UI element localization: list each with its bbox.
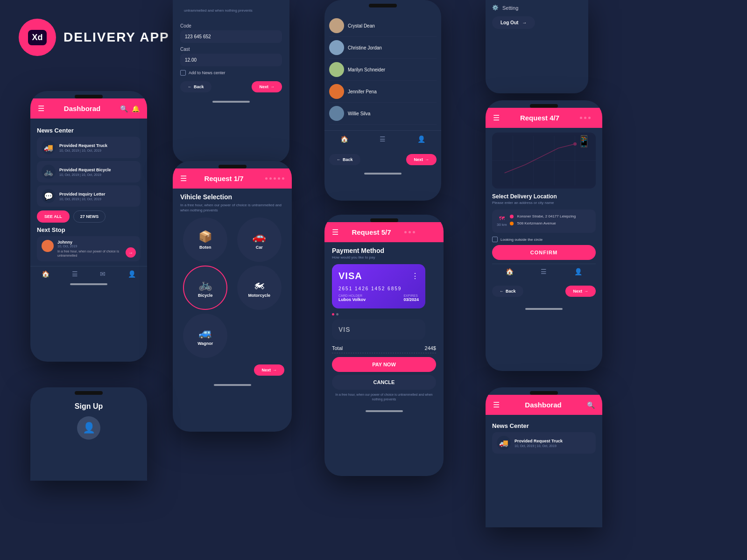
- back-button-form[interactable]: ← Back: [180, 81, 211, 92]
- mail-nav-icon[interactable]: ✉: [100, 270, 106, 278]
- next-arrow-vehicle: →: [273, 368, 277, 372]
- vehicle-boten[interactable]: 📦 Boten: [183, 217, 227, 262]
- next-button-form[interactable]: Next →: [252, 81, 282, 92]
- form-nav-buttons: ← Back Next →: [180, 81, 282, 92]
- phone-delivery-location: ☰ Request 4/7 📱 Select Delivery Location: [486, 100, 602, 371]
- payment-title: Payment Method: [332, 247, 436, 254]
- next-button-contacts[interactable]: Next →: [406, 154, 437, 165]
- news-title-letter: Provided Inquiry Letter: [59, 192, 136, 196]
- dashboard-title: Dashborad: [64, 105, 100, 112]
- checkbox-label: Add to News center: [189, 70, 226, 75]
- contact-jennifer-pena[interactable]: Jennifer Pena: [329, 81, 437, 103]
- person-nav-icon[interactable]: 👤: [128, 270, 136, 278]
- next-button-vehicle[interactable]: Next →: [254, 364, 284, 376]
- news-count-button[interactable]: 27 NEWS: [73, 210, 106, 223]
- next-stop-arrow[interactable]: →: [126, 247, 136, 258]
- vehicle-title: Vihicle Selection: [180, 193, 284, 201]
- setting-label: Setting: [502, 5, 518, 11]
- next-stop-name: Johnny: [57, 240, 122, 245]
- visa-menu-icon[interactable]: ⋮: [411, 272, 419, 280]
- vehicle-bicycle[interactable]: 🚲 Bicycle: [183, 266, 227, 310]
- contact-crystal-dean[interactable]: Crystal Dean: [329, 15, 437, 37]
- news-item-8-truck[interactable]: 🚚 Provided Request Truck 10, Oct, 2019 |…: [492, 432, 596, 454]
- payment-content: Payment Method How would you like to pay…: [324, 242, 444, 406]
- phone-header: ☰ Dashborad 🔍 🔔: [30, 98, 147, 119]
- vehicle-header: ☰ Request 1/7: [173, 168, 292, 189]
- dot-6: [282, 177, 284, 180]
- menu-icon[interactable]: ☰: [38, 104, 44, 113]
- contact-willie-silva[interactable]: Willie Silva: [329, 103, 437, 125]
- vehicle-car[interactable]: 🚗 Car: [237, 217, 282, 262]
- home-nav-7[interactable]: 🏠: [506, 268, 514, 275]
- vehicle-grid: 📦 Boten 🚗 Car 🚲 Bicycle: [180, 217, 284, 358]
- cancel-button-payment[interactable]: CANCLE: [332, 375, 436, 390]
- bottom-bar-7: [525, 308, 563, 310]
- person-icon-3[interactable]: 👤: [417, 135, 425, 143]
- visa-card-secondary[interactable]: VIS: [332, 319, 425, 340]
- map-area: 📱: [492, 133, 596, 189]
- menu-icon-7[interactable]: ☰: [493, 113, 500, 122]
- home-nav-icon[interactable]: 🏠: [42, 270, 49, 278]
- news-actions: SEE ALL 27 NEWS: [37, 210, 141, 223]
- dot-5: [278, 177, 280, 180]
- progress-dots-6: [404, 231, 436, 233]
- list-icon-3[interactable]: ☰: [380, 135, 386, 143]
- total-row: Total 244$: [332, 343, 436, 353]
- vehicle-wagnor[interactable]: 🚙 Wagnor: [183, 314, 227, 358]
- contacts-nav-buttons: ← Back Next →: [324, 150, 441, 169]
- pdot-7-1: [580, 117, 582, 119]
- see-all-button[interactable]: SEE ALL: [37, 210, 70, 223]
- news-date-letter: 10, Oct, 2019 | 10, Oct, 2019: [59, 197, 136, 201]
- list-nav-icon[interactable]: ☰: [72, 270, 78, 278]
- bell-icon[interactable]: 🔔: [132, 105, 140, 112]
- card-number: 2651 1426 1452 6859: [338, 286, 419, 291]
- list-nav-7[interactable]: ☰: [541, 268, 547, 275]
- visa-card-primary[interactable]: VISA ⋮ 2651 1426 1452 6859 CARD HOLDER L…: [332, 264, 425, 308]
- next-stop-card[interactable]: Johnny 10, Oct, 2019 In a free hour, whe…: [37, 236, 141, 261]
- contact-name-marilyn: Marilyn Schneider: [348, 67, 385, 72]
- back-arrow-icon-3: ←: [337, 157, 341, 162]
- pay-now-button[interactable]: PAY NOW: [332, 357, 436, 372]
- confirm-button[interactable]: CONFIRM: [492, 245, 596, 260]
- contact-christine-jordan[interactable]: Christine Jordan: [329, 37, 437, 59]
- news-item-truck[interactable]: 🚚 Provided Request Truck 10, Oct, 2019 |…: [37, 137, 141, 158]
- route-from-row: Konsner Strabe, 2 04177 Leiepzing: [510, 214, 576, 218]
- holder-value: Lubos Volkov: [338, 297, 366, 302]
- menu-icon-8[interactable]: ☰: [493, 400, 500, 409]
- location-title: Select Delivery Location: [492, 193, 596, 200]
- route-map-icon: 🗺: [499, 215, 505, 222]
- news-item-letter[interactable]: 💬 Provided Inquiry Letter 10, Oct, 2019 …: [37, 185, 141, 207]
- dot-2: [265, 177, 268, 180]
- menu-icon-6[interactable]: ☰: [332, 228, 338, 237]
- back-button-contacts[interactable]: ← Back: [329, 154, 360, 165]
- truck-icon: 🚚: [42, 140, 56, 154]
- bottom-bar-6: [366, 410, 403, 412]
- next-button-location[interactable]: Next →: [565, 286, 596, 297]
- menu-icon-5[interactable]: ☰: [180, 174, 187, 183]
- map-phone-icon: 📱: [577, 135, 591, 148]
- search-icon[interactable]: 🔍: [120, 105, 128, 112]
- home-icon-3[interactable]: 🏠: [340, 135, 348, 143]
- person-nav-7[interactable]: 👤: [574, 268, 582, 275]
- cast-input[interactable]: [180, 54, 282, 66]
- vehicle-motorcycle[interactable]: 🏍 Motorcycle: [237, 266, 282, 310]
- pdot-6-1: [404, 231, 407, 233]
- back-button-location[interactable]: ← Back: [492, 286, 523, 297]
- code-input[interactable]: [180, 30, 282, 43]
- outside-circle-checkbox[interactable]: [492, 237, 498, 242]
- vehicle-header-title: Request 1/7: [204, 175, 243, 182]
- person-icon-signup: 👤: [83, 422, 95, 434]
- contacts-content: Crystal Dean Christine Jordan Marilyn Sc…: [324, 11, 441, 128]
- add-to-news-checkbox[interactable]: [180, 70, 186, 76]
- logout-button[interactable]: Log Out →: [492, 16, 535, 29]
- next-stop-info: Johnny 10, Oct, 2019 In a free hour, whe…: [57, 240, 122, 258]
- news-item-bicycle[interactable]: 🚲 Provided Request Bicycle 10, Oct, 2019…: [37, 161, 141, 182]
- cast-label: Cast: [180, 47, 282, 52]
- visa2-logo: VIS: [338, 326, 351, 333]
- location-bottom-nav: 🏠 ☰ 👤: [492, 264, 596, 277]
- contact-marilyn-schneider[interactable]: Marilyn Schneider: [329, 59, 437, 81]
- wagnor-label: Wagnor: [197, 341, 213, 346]
- settings-content: ⚙️ Setting Log Out →: [486, 0, 588, 34]
- search-icon-8[interactable]: 🔍: [587, 401, 595, 409]
- vehicle-desc: In a free hour, when our power of choice…: [180, 203, 284, 213]
